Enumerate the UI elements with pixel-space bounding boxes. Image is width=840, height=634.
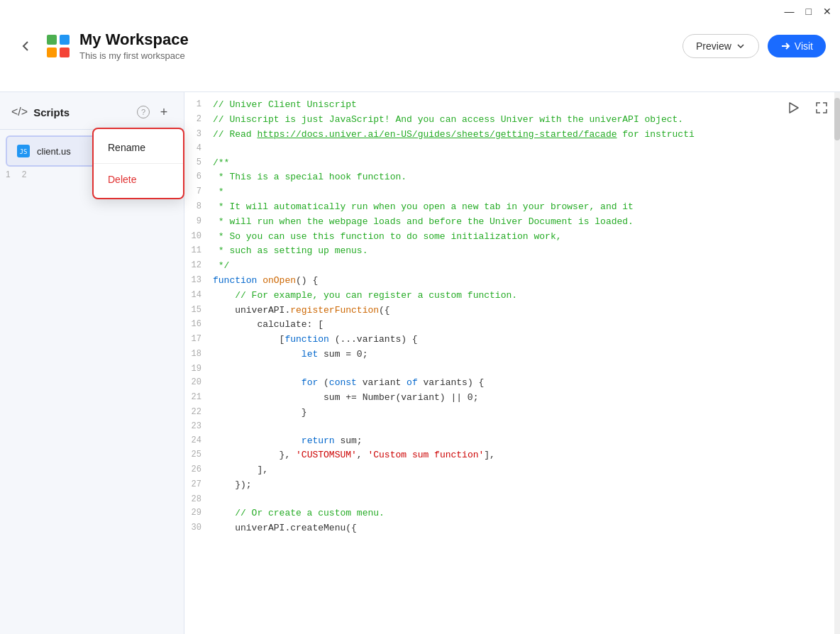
line-number: 1 — [184, 98, 213, 111]
code-line: 22 } — [184, 406, 840, 421]
svg-rect-0 — [47, 35, 57, 45]
line-code: // For example, you can register a custo… — [213, 289, 840, 304]
header-actions: Preview Visit — [682, 34, 826, 58]
code-line: 12 */ — [184, 259, 840, 274]
maximize-button[interactable]: □ — [806, 6, 812, 17]
delete-menu-item[interactable]: Delete — [94, 167, 183, 192]
line-number: 22 — [184, 406, 213, 419]
line-code: }, 'CUSTOMSUM', 'Custom sum function'], — [213, 448, 840, 463]
editor-scrollbar[interactable] — [834, 92, 840, 634]
header: My Workspace This is my first workspace … — [0, 0, 840, 92]
code-line: 8 * It will automatically run when you o… — [184, 200, 840, 215]
line-number: 29 — [184, 506, 213, 520]
line-number: 10 — [184, 230, 213, 243]
line-code: sum += Number(variant) || 0; — [213, 391, 840, 406]
code-icon: </> — [11, 106, 28, 118]
code-line: 10 * So you can use this function to do … — [184, 230, 840, 245]
line-number: 17 — [184, 333, 213, 346]
line-number: 23 — [184, 420, 213, 433]
arrow-icon — [780, 41, 790, 51]
sidebar-title: Scripts — [33, 106, 131, 118]
scrollbar-thumb[interactable] — [834, 98, 840, 140]
line-number: 3 — [184, 128, 213, 141]
script-file-icon: JS — [16, 143, 31, 159]
back-button[interactable] — [14, 35, 37, 57]
preview-button[interactable]: Preview — [682, 34, 759, 58]
line-number: 5 — [184, 156, 213, 169]
add-script-button[interactable]: + — [155, 104, 172, 121]
editor: 1// Univer Client Uniscript2// Uniscript… — [184, 92, 840, 634]
line-code: // Univer Client Uniscript — [213, 98, 840, 113]
rename-menu-item[interactable]: Rename — [94, 135, 183, 160]
visit-button[interactable]: Visit — [768, 35, 826, 57]
line-code: univerAPI.registerFunction({ — [213, 304, 840, 318]
line-number: 14 — [184, 289, 213, 302]
line-code: * So you can use this function to do som… — [213, 230, 840, 245]
line-code: */ — [213, 259, 840, 274]
line-number: 24 — [184, 434, 213, 447]
preview-label: Preview — [696, 40, 731, 52]
line-number: 13 — [184, 274, 213, 287]
help-icon[interactable]: ? — [137, 106, 150, 118]
workspace-info: My Workspace This is my first workspace — [79, 30, 682, 61]
line-code: } — [213, 406, 840, 421]
code-line: 20 for (const variant of variants) { — [184, 376, 840, 391]
code-line: 16 calculate: [ — [184, 318, 840, 333]
code-line: 30 univerAPI.createMenu({ — [184, 521, 840, 536]
code-line: 17 [function (...variants) { — [184, 333, 840, 347]
window-controls: — □ ✕ — [785, 6, 831, 17]
line-number: 15 — [184, 304, 213, 317]
code-line: 3// Read https://docs.univer.ai/en-US/gu… — [184, 128, 840, 143]
line-code: ], — [213, 463, 840, 478]
code-line: 2// Uniscript is just JavaScript! And yo… — [184, 113, 840, 128]
code-line: 14 // For example, you can register a cu… — [184, 289, 840, 304]
line-number: 8 — [184, 200, 213, 213]
editor-content[interactable]: 1// Univer Client Uniscript2// Uniscript… — [184, 92, 840, 634]
line-number: 2 — [184, 113, 213, 126]
line-code: * such as setting up menus. — [213, 244, 840, 259]
line-number: 4 — [184, 142, 213, 155]
line-code: univerAPI.createMenu({ — [213, 521, 840, 536]
code-line: 21 sum += Number(variant) || 0; — [184, 391, 840, 406]
line-number: 7 — [184, 185, 213, 199]
close-button[interactable]: ✕ — [823, 6, 831, 17]
workspace-subtitle: This is my first workspace — [79, 50, 682, 61]
line-code: * It will automatically run when you ope… — [213, 200, 840, 215]
line-number: 12 — [184, 259, 213, 272]
code-line: 1// Univer Client Uniscript — [184, 98, 840, 113]
code-line: 19 — [184, 362, 840, 376]
code-line: 29 // Or create a custom menu. — [184, 506, 840, 521]
workspace-title: My Workspace — [79, 30, 682, 49]
line-number: 21 — [184, 391, 213, 404]
code-line: 5/** — [184, 156, 840, 171]
code-line: 13function onOpen() { — [184, 274, 840, 289]
code-line: 27 }); — [184, 478, 840, 493]
main-layout: </> Scripts ? + JS client.us ⋮ 1 2 Renam… — [0, 92, 840, 634]
line-code: calculate: [ — [213, 318, 840, 333]
line-number: 16 — [184, 318, 213, 331]
sidebar-header: </> Scripts ? + — [0, 92, 184, 130]
line-code: // Uniscript is just JavaScript! And you… — [213, 113, 840, 128]
code-line: 26 ], — [184, 463, 840, 478]
line-number: 19 — [184, 362, 213, 376]
code-line: 6 * This is a special hook function. — [184, 170, 840, 185]
editor-toolbar — [783, 98, 831, 118]
code-line: 25 }, 'CUSTOMSUM', 'Custom sum function'… — [184, 448, 840, 463]
run-button[interactable] — [783, 98, 803, 118]
line-number: 25 — [184, 448, 213, 462]
context-menu: Rename Delete — [92, 128, 184, 199]
expand-button[interactable] — [812, 98, 831, 118]
line-code: return sum; — [213, 434, 840, 449]
code-line: 28 — [184, 493, 840, 506]
line-number: 9 — [184, 215, 213, 228]
svg-text:JS: JS — [20, 148, 28, 155]
line-code: /** — [213, 156, 840, 171]
code-line: 23 — [184, 420, 840, 433]
line-code: * will run when the webpage loads and be… — [213, 215, 840, 230]
minimize-button[interactable]: — — [785, 6, 795, 17]
code-line: 18 let sum = 0; — [184, 347, 840, 362]
line-code: * This is a special hook function. — [213, 170, 840, 185]
line-code: // Read https://docs.univer.ai/en-US/gui… — [213, 128, 840, 143]
line-code: * — [213, 185, 840, 200]
workspace-icon — [45, 33, 71, 59]
